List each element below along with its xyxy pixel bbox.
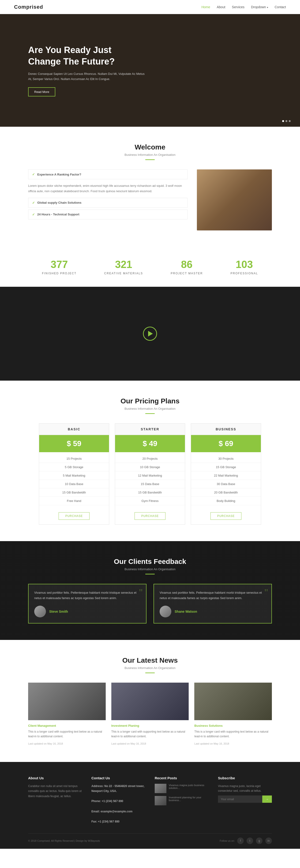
pricing-feature: 12 Mail Marketing bbox=[115, 471, 185, 480]
pricing-purchase-basic[interactable]: PURCHASE bbox=[59, 512, 90, 520]
fax-label: Fax: bbox=[91, 820, 97, 823]
footer-contact-col: Contact Us Address: No 22 - 55464820 str… bbox=[91, 776, 145, 824]
pricing-feature: Body Building bbox=[191, 497, 261, 505]
pricing-features-business: 30 Projects 15 GB Storage 22 Mail Market… bbox=[191, 452, 261, 507]
news-grid: Client Management This is a longer card … bbox=[28, 683, 272, 745]
stat-label-3: PROJECT MASTER bbox=[171, 272, 203, 275]
author-name-2: Shane Watson bbox=[175, 610, 197, 613]
hero-dot-2[interactable] bbox=[286, 120, 287, 122]
news-date-2: Last updated on May 16, 2018 bbox=[111, 742, 146, 745]
news-tag-3[interactable]: Business Solutions bbox=[194, 724, 272, 727]
social-icons: f t g in bbox=[237, 837, 272, 844]
pricing-features-basic: 15 Projects 5 GB Storage 5 Mail Marketin… bbox=[39, 452, 109, 507]
play-button[interactable] bbox=[143, 327, 157, 341]
pricing-feature: Free Hand bbox=[39, 497, 109, 505]
check-icon-2: ✓ bbox=[32, 201, 35, 205]
video-section bbox=[0, 287, 300, 381]
footer-bottom: © 2018 Comprised. All Rights Reserved | … bbox=[28, 834, 272, 844]
pricing-title: Our Pricing Plans bbox=[28, 397, 272, 405]
stat-num-2: 321 bbox=[104, 258, 143, 270]
news-title: Our Latest News bbox=[28, 656, 272, 664]
welcome-subtitle: Business Information An Organisation bbox=[28, 153, 272, 157]
news-body-2: This is a longer card with supporting te… bbox=[111, 729, 189, 739]
pricing-divider bbox=[145, 413, 155, 414]
check-icon-3: ✓ bbox=[32, 213, 35, 216]
nav-dropdown[interactable]: Dropdown ▾ bbox=[251, 5, 268, 9]
section-divider bbox=[145, 159, 155, 160]
footer: About Us Curabitur non nulla sit amet ni… bbox=[0, 762, 300, 849]
welcome-body-text: Lorem ipsum dolor sitche reprehenderit, … bbox=[28, 183, 188, 194]
footer-about-col: About Us Curabitur non nulla sit amet ni… bbox=[28, 776, 82, 824]
pricing-price-basic: $ 59 bbox=[39, 435, 109, 452]
news-image-2 bbox=[111, 683, 189, 720]
play-icon bbox=[148, 331, 153, 337]
linkedin-icon[interactable]: in bbox=[265, 837, 272, 844]
news-tag-2[interactable]: Investment Planing bbox=[111, 724, 189, 727]
footer-grid: About Us Curabitur non nulla sit amet ni… bbox=[28, 776, 272, 824]
phone-value: +1 (234) 567 890 bbox=[102, 800, 123, 803]
news-section: Our Latest News Business Information An … bbox=[0, 640, 300, 762]
nav-contact[interactable]: Contact bbox=[275, 5, 286, 9]
navbar: Comprised Home About Services Dropdown ▾… bbox=[0, 0, 300, 14]
footer-subscribe-text: Vivamus magna justo, lacinia eget consec… bbox=[218, 784, 272, 794]
nav-about[interactable]: About bbox=[217, 5, 226, 9]
pricing-feature: 22 Mail Marketing bbox=[191, 471, 261, 480]
check-icon-1: ✓ bbox=[32, 173, 35, 176]
news-card-2: Investment Planing This is a longer card… bbox=[111, 683, 189, 745]
hero-read-more-button[interactable]: Read More bbox=[28, 87, 55, 96]
pricing-feature: 10 Data Base bbox=[39, 480, 109, 488]
recent-post-text-2: Investment planning for your business... bbox=[169, 796, 209, 805]
news-subtitle: Business Information An Organization bbox=[28, 666, 272, 670]
pricing-grid: BASIC $ 59 15 Projects 5 GB Storage 5 Ma… bbox=[28, 423, 272, 525]
news-tag-1[interactable]: Client Management bbox=[28, 724, 106, 727]
pricing-feature: 10 GB Storage bbox=[115, 463, 185, 471]
author-name-1: Steve Smith bbox=[49, 610, 68, 613]
googleplus-icon[interactable]: g bbox=[256, 837, 263, 844]
pricing-card-business: BUSINESS $ 69 30 Projects 15 GB Storage … bbox=[191, 423, 261, 525]
pricing-price-starter: $ 49 bbox=[115, 435, 185, 452]
recent-post-2: Investment planning for your business... bbox=[155, 796, 209, 805]
subscribe-button[interactable]: → bbox=[262, 796, 272, 803]
footer-recent-col: Recent Posts Vivamus magna justo busines… bbox=[155, 776, 209, 824]
testimonials-grid: " Vivamus sed porttitor felis. Pellentes… bbox=[28, 584, 272, 623]
hero-dot-1[interactable] bbox=[282, 120, 284, 122]
twitter-icon[interactable]: t bbox=[246, 837, 253, 844]
pricing-purchase-business[interactable]: PURCHASE bbox=[210, 512, 242, 520]
news-body-1: This is a longer card with supporting te… bbox=[28, 729, 106, 739]
footer-subscribe-title: Subscribe bbox=[218, 776, 272, 780]
nav-links: Home About Services Dropdown ▾ Contact bbox=[201, 5, 286, 9]
testimonial-text-2: Vivamus sed porttitor felis. Pellentesqu… bbox=[160, 590, 266, 601]
hero-dot-3[interactable] bbox=[289, 120, 291, 122]
nav-home[interactable]: Home bbox=[201, 5, 210, 9]
facebook-icon[interactable]: f bbox=[237, 837, 244, 844]
pricing-feature: 15 Projects bbox=[39, 455, 109, 463]
check-item-1: ✓ Experience A Ranking Factor? bbox=[28, 169, 188, 179]
stat-professional: 103 PROFESSIONAL bbox=[231, 258, 258, 275]
pricing-feature: 5 GB Storage bbox=[39, 463, 109, 471]
pricing-feature: 30 Data Base bbox=[191, 480, 261, 488]
news-image-3 bbox=[194, 683, 272, 720]
site-logo[interactable]: Comprised bbox=[14, 4, 43, 10]
email-label: Email: bbox=[91, 810, 100, 813]
pricing-feature: 15 GB Storage bbox=[191, 463, 261, 471]
stat-num-1: 377 bbox=[42, 258, 76, 270]
welcome-title: Welcome bbox=[28, 143, 272, 151]
hero-title: Are You Ready Just Change The Future? bbox=[28, 44, 145, 68]
nav-services[interactable]: Services bbox=[232, 5, 244, 9]
testimonials-divider bbox=[145, 574, 155, 575]
stat-num-3: 86 bbox=[171, 258, 203, 270]
welcome-left: ✓ Experience A Ranking Factor? Lorem ips… bbox=[28, 169, 188, 221]
stat-label-1: FINISHED PROJECT bbox=[42, 272, 76, 275]
welcome-section: Welcome Business Information An Organisa… bbox=[0, 127, 300, 247]
welcome-image-placeholder bbox=[197, 169, 272, 230]
pricing-purchase-starter[interactable]: PURCHASE bbox=[135, 512, 166, 520]
hero-content: Are You Ready Just Change The Future? Do… bbox=[28, 44, 145, 96]
subscribe-input[interactable] bbox=[218, 796, 262, 803]
avatar-2 bbox=[160, 606, 171, 617]
welcome-right bbox=[197, 169, 272, 230]
pricing-feature: 20 Projects bbox=[115, 455, 185, 463]
pricing-subtitle: Business Information An Organisation bbox=[28, 407, 272, 410]
footer-follow: Follow us on: f t g in bbox=[220, 837, 272, 844]
footer-about-text: Curabitur non nulla sit amet nisl tempus… bbox=[28, 784, 82, 799]
testimonial-author-1: Steve Smith bbox=[34, 606, 140, 617]
